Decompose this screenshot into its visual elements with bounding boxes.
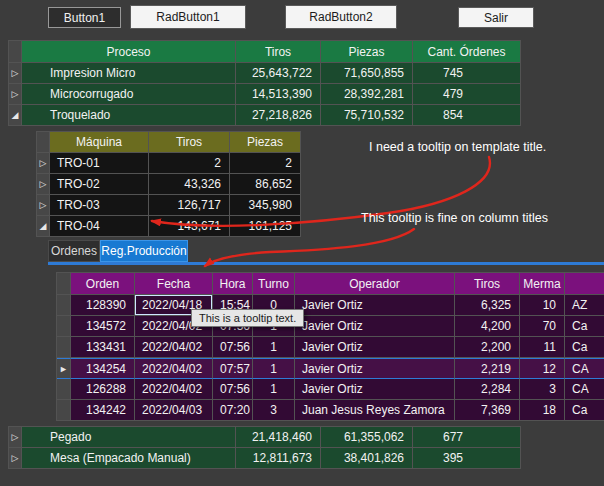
expand-collapsed-icon[interactable]: ▷	[12, 453, 19, 463]
row-header-cell[interactable]: ◢	[37, 216, 50, 237]
cell-tiros[interactable]: 25,643,722	[236, 63, 321, 84]
cell-ordenes[interactable]: 854	[413, 105, 521, 126]
cell-operador[interactable]: Javier Ortiz	[295, 358, 455, 379]
production-row[interactable]: 134572 2022/04/02 07:56 1 Javier Ortiz 4…	[57, 316, 604, 337]
cell-ordenes[interactable]: 677	[413, 427, 521, 448]
row-header-cell[interactable]: ◢	[9, 105, 22, 126]
cell-proceso[interactable]: Troquelado	[22, 105, 236, 126]
expand-collapsed-icon[interactable]: ▷	[40, 179, 47, 189]
column-header-tiros[interactable]: Tiros	[149, 132, 230, 153]
column-header-piezas[interactable]: Piezas	[230, 132, 301, 153]
machine-row-tro04[interactable]: ◢ TRO-04 143,671 161,125	[37, 216, 301, 237]
cell-turno[interactable]: 1	[253, 337, 295, 358]
row-header-cell[interactable]: ▷	[9, 63, 22, 84]
cell-merma[interactable]: 12	[520, 358, 565, 379]
row-header-cell[interactable]	[57, 400, 71, 421]
column-header-tiros[interactable]: Tiros	[455, 273, 520, 295]
cell-clipped[interactable]: AZ	[565, 295, 604, 316]
cell-piezas[interactable]: 75,710,532	[321, 105, 413, 126]
expand-expanded-icon[interactable]: ◢	[40, 221, 47, 231]
cell-hora[interactable]: 07:20	[213, 400, 253, 421]
cell-fecha[interactable]: 2022/04/02	[135, 337, 213, 358]
column-header-hora[interactable]: Hora	[213, 273, 253, 295]
cell-fecha[interactable]: 2022/04/02	[135, 379, 213, 400]
tab-ordenes[interactable]: Ordenes	[48, 240, 100, 262]
cell-tiros[interactable]: 126,717	[149, 195, 230, 216]
cell-clipped[interactable]: Ca	[565, 337, 604, 358]
cell-ordenes[interactable]: 745	[413, 63, 521, 84]
row-header-cell[interactable]: ▷	[9, 427, 22, 448]
cell-piezas[interactable]: 61,355,062	[321, 427, 413, 448]
cell-turno[interactable]: 3	[253, 400, 295, 421]
cell-operador[interactable]: Javier Ortiz	[295, 316, 455, 337]
process-row-impresion-micro[interactable]: ▷ Impresion Micro 25,643,722 71,650,855 …	[9, 63, 521, 84]
cell-ordenes[interactable]: 395	[413, 448, 521, 469]
row-header-cell[interactable]: ►	[57, 358, 71, 379]
cell-piezas[interactable]: 161,125	[230, 216, 301, 237]
cell-merma[interactable]: 10	[520, 295, 565, 316]
production-row[interactable]: 128390 2022/04/18 15:54 0 Javier Ortiz 6…	[57, 295, 604, 316]
column-header-turno[interactable]: Turno	[253, 273, 295, 295]
row-header-cell[interactable]: ▷	[37, 153, 50, 174]
cell-piezas[interactable]: 86,652	[230, 174, 301, 195]
tab-reg-produccion[interactable]: Reg.Producción	[100, 240, 188, 262]
column-header-merma[interactable]: Merma	[520, 273, 565, 295]
production-row[interactable]: 126288 2022/04/02 07:56 1 Javier Ortiz 2…	[57, 379, 604, 400]
process-row-microcorrugado[interactable]: ▷ Microcorrugado 14,513,390 28,392,281 4…	[9, 84, 521, 105]
cell-tiros[interactable]: 2,219	[455, 358, 520, 379]
cell-tiros[interactable]: 21,418,460	[236, 427, 321, 448]
cell-orden[interactable]: 134572	[71, 316, 135, 337]
process-row-pegado[interactable]: ▷ Pegado 21,418,460 61,355,062 677	[9, 427, 521, 448]
cell-tiros[interactable]: 14,513,390	[236, 84, 321, 105]
row-header-cell[interactable]	[57, 295, 71, 316]
cell-orden[interactable]: 126288	[71, 379, 135, 400]
row-header-cell[interactable]: ▷	[37, 195, 50, 216]
column-header-maquina[interactable]: Máquina	[50, 132, 149, 153]
cell-clipped[interactable]: Ca	[565, 400, 604, 421]
process-row-troquelado[interactable]: ◢ Troquelado 27,218,826 75,710,532 854	[9, 105, 521, 126]
cell-piezas[interactable]: 28,392,281	[321, 84, 413, 105]
production-row-selected[interactable]: ► 134254 2022/04/02 07:57 1 Javier Ortiz…	[57, 358, 604, 379]
button1[interactable]: Button1	[48, 7, 121, 28]
cell-clipped[interactable]: Ca	[565, 316, 604, 337]
cell-piezas[interactable]: 38,401,826	[321, 448, 413, 469]
cell-tiros[interactable]: 6,325	[455, 295, 520, 316]
cell-tiros[interactable]: 2,200	[455, 337, 520, 358]
cell-turno[interactable]: 1	[253, 379, 295, 400]
expand-expanded-icon[interactable]: ◢	[12, 110, 19, 120]
cell-tiros[interactable]: 2	[149, 153, 230, 174]
machine-row-tro02[interactable]: ▷ TRO-02 43,326 86,652	[37, 174, 301, 195]
cell-maquina[interactable]: TRO-02	[50, 174, 149, 195]
cell-piezas[interactable]: 71,650,855	[321, 63, 413, 84]
row-header-cell[interactable]	[57, 316, 71, 337]
column-header-orden[interactable]: Orden	[71, 273, 135, 295]
process-row-mesa[interactable]: ▷ Mesa (Empacado Manual) 12,811,673 38,4…	[9, 448, 521, 469]
cell-operador[interactable]: Javier Ortiz	[295, 295, 455, 316]
cell-merma[interactable]: 3	[520, 379, 565, 400]
cell-hora[interactable]: 07:57	[213, 358, 253, 379]
radbutton1[interactable]: RadButton1	[130, 5, 246, 29]
cell-tiros[interactable]: 27,218,826	[236, 105, 321, 126]
cell-merma[interactable]: 70	[520, 316, 565, 337]
cell-tiros[interactable]: 12,811,673	[236, 448, 321, 469]
expand-collapsed-icon[interactable]: ▷	[12, 68, 19, 78]
cell-orden[interactable]: 128390	[71, 295, 135, 316]
expand-collapsed-icon[interactable]: ▷	[12, 432, 19, 442]
cell-merma[interactable]: 18	[520, 400, 565, 421]
cell-clipped[interactable]: CA	[565, 358, 604, 379]
production-row[interactable]: 133431 2022/04/02 07:56 1 Javier Ortiz 2…	[57, 337, 604, 358]
cell-operador[interactable]: Javier Ortiz	[295, 379, 455, 400]
cell-clipped[interactable]: CA	[565, 379, 604, 400]
cell-orden[interactable]: 134254	[71, 358, 135, 379]
cell-piezas[interactable]: 345,980	[230, 195, 301, 216]
cell-orden[interactable]: 134242	[71, 400, 135, 421]
cell-operador[interactable]: Javier Ortiz	[295, 337, 455, 358]
column-header-proceso[interactable]: Proceso	[22, 41, 236, 63]
cell-maquina[interactable]: TRO-04	[50, 216, 149, 237]
cell-hora[interactable]: 07:56	[213, 337, 253, 358]
cell-proceso[interactable]: Mesa (Empacado Manual)	[22, 448, 236, 469]
column-header-piezas[interactable]: Piezas	[321, 41, 413, 63]
cell-turno[interactable]: 1	[253, 358, 295, 379]
expand-collapsed-icon[interactable]: ▷	[12, 89, 19, 99]
row-header-cell[interactable]	[57, 337, 71, 358]
